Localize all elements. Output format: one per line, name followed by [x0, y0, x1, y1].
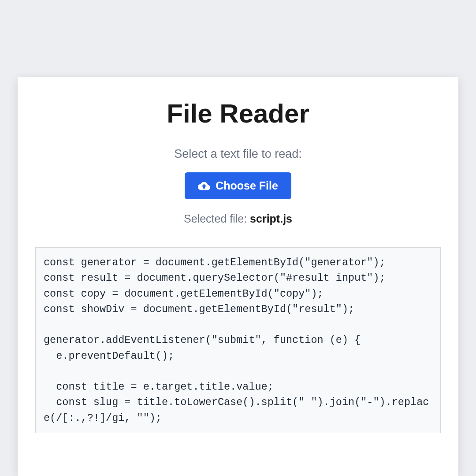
button-container: Choose File [35, 172, 441, 199]
selected-file-line: Selected file: script.js [35, 212, 441, 225]
choose-file-button[interactable]: Choose File [185, 172, 291, 199]
choose-file-label: Choose File [216, 179, 278, 192]
selected-filename: script.js [250, 212, 292, 225]
file-reader-card: File Reader Select a text file to read: … [18, 77, 458, 476]
page-title: File Reader [35, 98, 441, 129]
selected-prefix: Selected file: [184, 212, 250, 225]
cloud-upload-icon [198, 180, 210, 192]
page-subtitle: Select a text file to read: [35, 147, 441, 161]
file-content-box: const generator = document.getElementByI… [35, 247, 441, 433]
